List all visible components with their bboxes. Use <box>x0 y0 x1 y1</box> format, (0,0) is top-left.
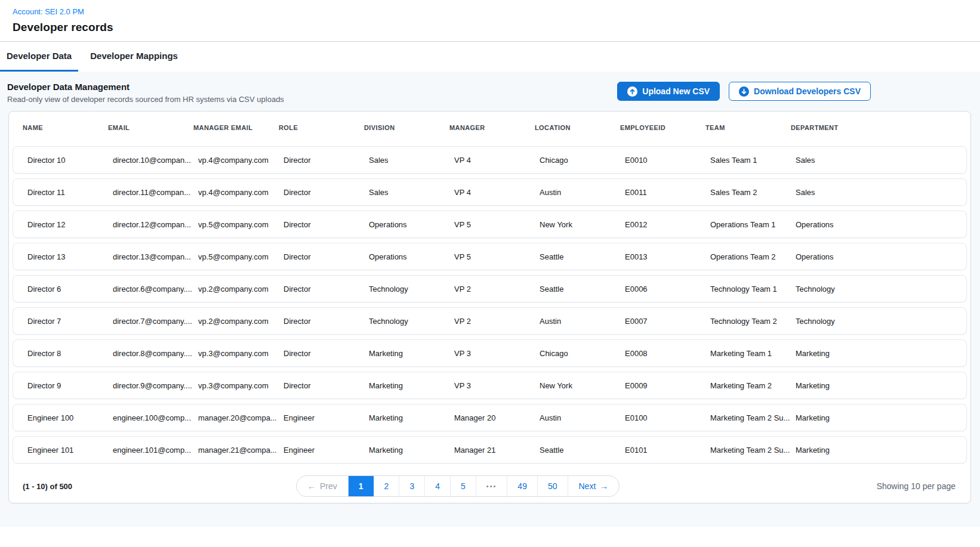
cell-division: Marketing <box>369 381 454 390</box>
cell-manager: VP 2 <box>454 285 540 293</box>
cell-email: engineer.100@comp... <box>113 413 198 422</box>
column-header-location: LOCATION <box>535 124 620 131</box>
cell-name: Director 7 <box>27 317 113 326</box>
cell-role: Engineer <box>283 446 369 455</box>
account-link[interactable]: Account: SEI 2.0 PM <box>13 7 84 16</box>
cell-name: Director 11 <box>27 188 113 197</box>
column-header-division: DIVISION <box>364 124 449 131</box>
cell-division: Sales <box>369 188 454 197</box>
tab-developer-mappings[interactable]: Developer Mappings <box>84 42 184 72</box>
cell-employeeid: E0009 <box>625 381 710 390</box>
cell-manager-email: vp.4@company.com <box>198 156 283 165</box>
cell-email: director.6@company.... <box>113 285 198 293</box>
cell-division: Marketing <box>369 446 454 455</box>
right-arrow-icon: → <box>600 481 608 491</box>
cell-location: Chicago <box>540 349 625 358</box>
page-button-4[interactable]: 4 <box>424 476 450 496</box>
cell-email: director.11@compan... <box>113 188 198 197</box>
upload-circle-icon <box>627 86 637 97</box>
cell-team: Operations Team 1 <box>710 220 796 229</box>
next-page-button[interactable]: Next→ <box>568 476 620 496</box>
page-button-5[interactable]: 5 <box>450 476 476 496</box>
table-row: Director 11director.11@compan...vp.4@com… <box>13 178 967 206</box>
cell-role: Director <box>283 220 369 229</box>
table-row: Director 7director.7@company....vp.2@com… <box>13 307 967 335</box>
cell-manager-email: manager.20@compa... <box>198 413 283 422</box>
table-row: Engineer 100engineer.100@comp...manager.… <box>13 404 967 431</box>
page-button-3[interactable]: 3 <box>399 476 424 496</box>
table-row: Engineer 101engineer.101@comp...manager.… <box>13 436 967 463</box>
cell-location: Seattle <box>540 285 625 293</box>
page-title: Developer records <box>13 21 968 34</box>
cell-manager-email: vp.3@company.com <box>198 349 283 358</box>
page-button-50[interactable]: 50 <box>537 476 568 496</box>
upload-new-csv-button[interactable]: Upload New CSV <box>617 82 720 101</box>
cell-team: Sales Team 2 <box>710 188 796 197</box>
cell-email: engineer.101@comp... <box>113 446 198 455</box>
cell-email: director.12@compan... <box>113 220 198 229</box>
cell-team: Marketing Team 2 Su... <box>710 446 796 455</box>
cell-location: New York <box>540 220 625 229</box>
cell-manager: VP 2 <box>454 317 540 326</box>
cell-manager-email: manager.21@compa... <box>198 446 283 455</box>
csv-actions: Upload New CSV Download Developers CSV <box>617 82 871 101</box>
page-button-49[interactable]: 49 <box>507 476 537 496</box>
cell-department: Marketing <box>796 381 952 390</box>
next-label: Next <box>579 481 596 491</box>
cell-department: Operations <box>796 220 952 229</box>
cell-location: Austin <box>540 317 625 326</box>
cell-name: Director 8 <box>27 349 113 358</box>
column-header-role: ROLE <box>279 124 364 131</box>
cell-manager-email: vp.5@company.com <box>198 220 283 229</box>
cell-employeeid: E0101 <box>625 446 710 455</box>
cell-name: Engineer 101 <box>27 446 113 455</box>
cell-location: New York <box>540 381 625 390</box>
prev-page-button[interactable]: ←Prev <box>297 476 348 496</box>
cell-employeeid: E0008 <box>625 349 710 358</box>
cell-manager: VP 3 <box>454 349 540 358</box>
cell-manager-email: vp.4@company.com <box>198 188 283 197</box>
cell-team: Sales Team 1 <box>710 156 796 165</box>
cell-team: Marketing Team 2 Su... <box>710 413 796 422</box>
content-panel: Developer Data Management Read-only view… <box>0 72 980 527</box>
page-button-1[interactable]: 1 <box>348 476 374 496</box>
cell-email: director.9@company.... <box>113 381 198 390</box>
cell-name: Director 12 <box>27 220 113 229</box>
cell-name: Director 9 <box>27 381 113 390</box>
cell-email: director.8@company.... <box>113 349 198 358</box>
page: Account: SEI 2.0 PM Developer records De… <box>0 0 980 527</box>
cell-name: Director 10 <box>27 156 113 165</box>
cell-department: Technology <box>796 317 952 326</box>
cell-email: director.10@compan... <box>113 156 198 165</box>
cell-team: Operations Team 2 <box>710 252 796 261</box>
column-header-manager: MANAGER <box>449 124 535 131</box>
cell-role: Director <box>283 252 369 261</box>
pagination-range: (1 - 10) of 500 <box>23 482 72 491</box>
column-header-team: TEAM <box>705 124 791 131</box>
tab-developer-data[interactable]: Developer Data <box>0 42 78 72</box>
column-header-department: DEPARTMENT <box>791 124 957 131</box>
download-developers-csv-button[interactable]: Download Developers CSV <box>729 82 871 101</box>
cell-manager-email: vp.3@company.com <box>198 381 283 390</box>
cell-employeeid: E0013 <box>625 252 710 261</box>
cell-manager-email: vp.2@company.com <box>198 317 283 326</box>
cell-manager: VP 4 <box>454 188 540 197</box>
cell-manager: Manager 20 <box>454 413 540 422</box>
cell-location: Seattle <box>540 446 625 455</box>
cell-role: Director <box>283 381 369 390</box>
cell-employeeid: E0007 <box>625 317 710 326</box>
cell-division: Technology <box>369 317 454 326</box>
cell-department: Marketing <box>796 446 952 455</box>
cell-employeeid: E0010 <box>625 156 710 165</box>
cell-manager: VP 3 <box>454 381 540 390</box>
table-row: Director 6director.6@company....vp.2@com… <box>13 275 967 302</box>
cell-name: Director 13 <box>27 252 113 261</box>
tab-bar: Developer Data Developer Mappings <box>0 42 980 72</box>
download-circle-icon <box>739 86 749 97</box>
cell-location: Austin <box>540 413 625 422</box>
cell-department: Sales <box>796 188 952 197</box>
cell-employeeid: E0011 <box>625 188 710 197</box>
cell-email: director.7@company.... <box>113 317 198 326</box>
cell-manager: VP 5 <box>454 220 540 229</box>
page-button-2[interactable]: 2 <box>374 476 399 496</box>
